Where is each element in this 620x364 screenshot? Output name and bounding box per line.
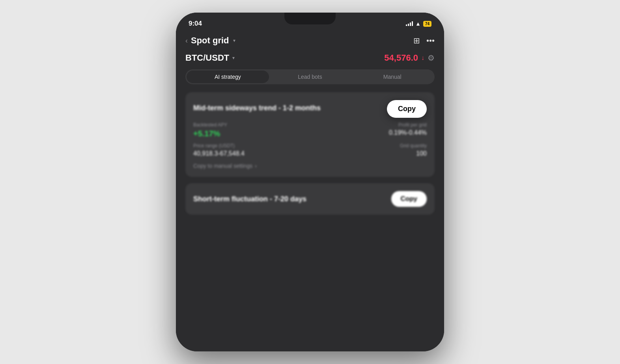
- grid-icon[interactable]: ⊞: [413, 36, 420, 45]
- strategy-2-title: Short-term fluctuation - 7-20 days: [193, 195, 306, 203]
- price-range-label: Price range (USDT): [193, 143, 310, 149]
- profit-per-grid-stat: Profit per grid 0.19%-0.44%: [310, 122, 427, 138]
- price-range-value: 40,918.3-67,548.4: [193, 150, 310, 157]
- strategy-1-stats: Backtested APY +5.17% Profit per grid 0.…: [193, 122, 427, 157]
- pair-settings-icon[interactable]: ⚙: [428, 53, 435, 63]
- grid-quantity-value: 100: [310, 150, 427, 157]
- strategy-1-title: Mid-term sideways trend - 1-2 months: [193, 104, 395, 112]
- backtested-apy-stat: Backtested APY +5.17%: [193, 122, 310, 138]
- tab-ai-strategy[interactable]: AI strategy: [187, 71, 269, 83]
- pair-row: BTC/USDT ▾ 54,576.0 ↓ ⚙: [176, 50, 444, 69]
- strategy-tabs: AI strategy Lead bots Manual: [185, 69, 435, 84]
- more-options-icon[interactable]: •••: [426, 36, 435, 45]
- phone-screen: 9:04 ▲ 74 ‹ Spot grid ▾ ⊞ •••: [176, 13, 444, 351]
- status-time: 9:04: [189, 20, 202, 28]
- copy-manual-text: Copy to manual settings: [193, 163, 252, 169]
- copy-manual-link[interactable]: Copy to manual settings ›: [193, 163, 427, 169]
- pair-price: 54,576.0 ↓ ⚙: [384, 53, 435, 63]
- copy-button-2[interactable]: Copy: [391, 191, 427, 207]
- price-direction-icon: ↓: [421, 54, 424, 61]
- profit-per-grid-value: 0.19%-0.44%: [310, 129, 427, 136]
- battery-indicator: 74: [423, 21, 431, 27]
- grid-quantity-stat: Grid quantity 100: [310, 143, 427, 157]
- strategy-card-2: Short-term fluctuation - 7-20 days Copy: [185, 183, 435, 215]
- status-icons: ▲ 74: [406, 20, 431, 27]
- pair-name[interactable]: BTC/USDT ▾: [185, 53, 235, 63]
- copy-manual-chevron-icon: ›: [255, 163, 257, 169]
- phone-frame: 9:04 ▲ 74 ‹ Spot grid ▾ ⊞ •••: [176, 13, 444, 351]
- back-button[interactable]: ‹: [185, 37, 188, 45]
- header-right: ⊞ •••: [413, 36, 435, 45]
- copy-button-1[interactable]: Copy: [387, 100, 427, 118]
- tab-manual[interactable]: Manual: [351, 71, 433, 83]
- price-range-stat: Price range (USDT) 40,918.3-67,548.4: [193, 143, 310, 157]
- signal-icon: [406, 21, 413, 26]
- notch: [284, 13, 336, 24]
- strategy-card-1-wrapper: Mid-term sideways trend - 1-2 months Bac…: [176, 92, 444, 177]
- header-left: ‹ Spot grid ▾: [185, 35, 235, 46]
- backtested-apy-label: Backtested APY: [193, 122, 310, 128]
- page-title: Spot grid: [191, 35, 229, 46]
- backtested-apy-value: +5.17%: [193, 129, 310, 138]
- header-nav: ‹ Spot grid ▾ ⊞ •••: [176, 32, 444, 50]
- strategy-card-2-wrapper: Short-term fluctuation - 7-20 days Copy: [176, 183, 444, 215]
- profit-per-grid-label: Profit per grid: [310, 122, 427, 128]
- title-dropdown-icon[interactable]: ▾: [233, 38, 235, 43]
- wifi-icon: ▲: [415, 20, 421, 27]
- pair-label: BTC/USDT: [185, 53, 229, 63]
- price-value: 54,576.0: [384, 53, 418, 63]
- tabs-container: AI strategy Lead bots Manual: [176, 69, 444, 92]
- tab-lead-bots[interactable]: Lead bots: [269, 71, 351, 83]
- grid-quantity-label: Grid quantity: [310, 143, 427, 149]
- pair-dropdown-icon: ▾: [232, 55, 235, 61]
